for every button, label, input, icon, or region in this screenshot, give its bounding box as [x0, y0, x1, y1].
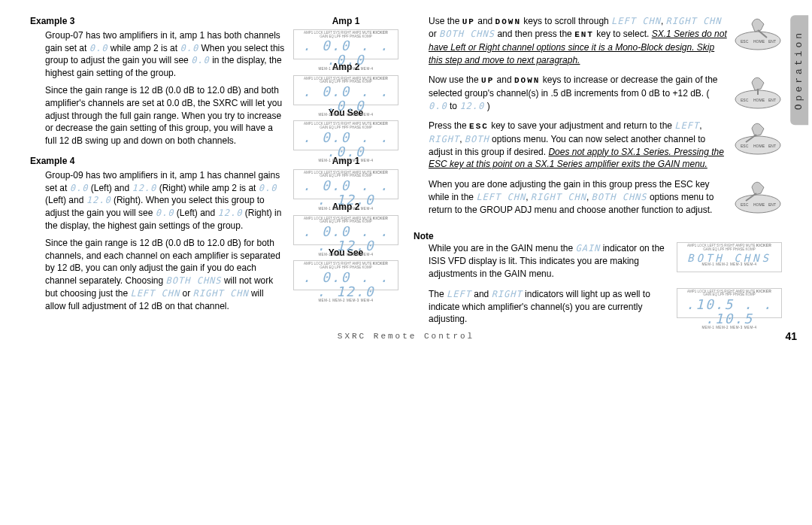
lcd-digits: . 0.0 . . .0.0	[295, 39, 396, 68]
lcd-digits: .10.5 . . .10.5	[679, 298, 780, 326]
svg-text:ESC: ESC	[741, 98, 749, 102]
seg-value: BOTH	[465, 134, 489, 144]
right-column: Use the UP and DOWN keys to scroll throu…	[414, 15, 782, 333]
seg-value: 12.0	[218, 208, 243, 218]
lcd-display: AMP1 LOCK LEFT SYS RIGHT AMP2 MUTE KICKE…	[293, 215, 398, 245]
example-4-p1: Group-09 has two amplifiers in it, amp 1…	[45, 169, 286, 232]
lcd-digits: BOTH CHNS	[679, 253, 780, 264]
seg-value: 0.0	[180, 43, 198, 53]
seg-value: LEFT CHN	[611, 16, 661, 26]
seg-value: RIGHT	[492, 289, 523, 299]
seg-value: LEFT	[447, 289, 471, 299]
lcd-digits: . 0.0 . . .0.0	[295, 131, 396, 159]
note-display-2: AMP1 LOCK LEFT SYS RIGHT AMP2 MUTE KICKE…	[677, 288, 782, 330]
text: Press the	[429, 120, 469, 131]
text: Now use the	[429, 74, 481, 85]
svg-text:HOME: HOME	[753, 98, 765, 102]
side-tab-operation: Operation	[790, 15, 808, 125]
svg-text:ESC: ESC	[741, 202, 749, 207]
lcd-brand: KICKER	[756, 289, 771, 293]
text: key to select.	[596, 29, 651, 39]
example-4-text: Example 4 Group-09 has two amplifiers in…	[30, 155, 286, 317]
text: key to save your adjustment and return t…	[491, 120, 674, 131]
text: while amp 2 is at	[111, 43, 180, 53]
note-display-1: AMP1 LOCK LEFT SYS RIGHT AMP2 MUTE KICKE…	[677, 242, 782, 284]
svg-text:ENT: ENT	[768, 39, 776, 44]
lcd-bottom: MEM-1 MEM-2 MEM-3 MEM-4	[295, 114, 396, 117]
seg-value: RIGHT CHN	[666, 16, 722, 26]
lcd-digits: . 0.0 . . . 12.0	[295, 271, 396, 299]
example-3: Example 3 Group-07 has two amplifiers in…	[30, 15, 398, 152]
left-column: Example 3 Group-07 has two amplifiers in…	[30, 15, 398, 333]
lcd-digits: . 0.0 . . .0.0	[295, 85, 396, 114]
key-down: DOWN	[495, 17, 521, 26]
lcd-display: AMP1 LOCK LEFT SYS RIGHT AMP2 MUTE KICKE…	[293, 120, 398, 150]
remote-hand-icon: ESCHOMEENT	[734, 15, 782, 51]
text: and then press the	[497, 29, 574, 39]
note-p1-text: While you are in the GAIN menu the GAIN …	[414, 242, 671, 284]
footer-text: SXRC Remote Control	[0, 331, 812, 342]
seg-value: RIGHT	[429, 134, 459, 144]
lcd-bottom: MEM-1 MEM-2 MEM-3 MEM-4	[679, 263, 780, 267]
svg-text:HOME: HOME	[753, 202, 765, 207]
svg-text:ENT: ENT	[768, 144, 776, 148]
seg-value: 0.0	[191, 55, 210, 65]
text: or	[429, 29, 439, 39]
note-p2-text: The LEFT and RIGHT indicators will light…	[414, 288, 671, 330]
note-p2: The LEFT and RIGHT indicators will light…	[414, 288, 782, 330]
text: and	[497, 74, 514, 85]
lcd-brand: KICKER	[756, 243, 771, 247]
lcd-bottom: MEM-1 MEM-2 MEM-3 MEM-4	[295, 68, 396, 71]
right-p3-text: Press the ESC key to save your adjustmen…	[414, 120, 728, 175]
right-p4-text: When you are done adjusting the gain in …	[414, 178, 728, 220]
svg-text:HOME: HOME	[753, 39, 765, 44]
remote-hand-icon: ESCHOMEENT	[734, 178, 782, 214]
seg-value: 0.0	[70, 183, 89, 193]
key-up: UP	[462, 17, 475, 26]
seg-value: 0.0	[156, 208, 174, 218]
remote-hand-icon: ESCHOMEENT	[734, 74, 782, 110]
svg-text:ENT: ENT	[768, 202, 776, 207]
seg-value: 12.0	[86, 195, 111, 205]
lcd-display: AMP1 LOCK LEFT SYS RIGHT AMP2 MUTE KICKE…	[677, 288, 782, 318]
lcd-brand: KICKER	[373, 216, 388, 220]
example-3-heading: Example 3	[30, 15, 286, 28]
seg-value: LEFT CHN	[130, 288, 180, 299]
page-number: 41	[785, 329, 797, 344]
seg-value: RIGHT CHN	[193, 288, 249, 299]
text: and	[477, 16, 495, 26]
lcd-brand: KICKER	[373, 261, 388, 266]
lcd-bottom: MEM-1 MEM-2 MEM-3 MEM-4	[295, 208, 396, 211]
text: (Left) and	[45, 195, 86, 205]
lcd-brand: KICKER	[373, 170, 388, 174]
right-p2: Now use the UP and DOWN keys to increase…	[414, 74, 782, 117]
text: or	[183, 288, 193, 299]
lcd-bottom: MEM-1 MEM-2 MEM-3 MEM-4	[295, 299, 396, 303]
text: (Left) and	[177, 208, 218, 218]
amp1-label: Amp 1	[293, 15, 398, 28]
lcd-display: AMP1 LOCK LEFT SYS RIGHT AMP2 MUTE KICKE…	[677, 242, 782, 272]
example-3-text: Example 3 Group-07 has two amplifiers in…	[30, 15, 286, 152]
example-4-heading: Example 4	[30, 155, 286, 168]
seg-value: LEFT	[674, 120, 699, 131]
note-heading: Note	[414, 230, 782, 243]
lcd-brand: KICKER	[373, 30, 388, 35]
seg-value: LEFT CHN	[476, 192, 526, 202]
seg-value: BOTH CHNS	[592, 192, 647, 202]
lcd-bottom: MEM-1 MEM-2 MEM-3 MEM-4	[295, 253, 396, 257]
lcd-digits: . 0.0 . . . 12.0	[295, 179, 396, 208]
svg-text:HOME: HOME	[753, 144, 765, 148]
key-up: UP	[481, 76, 494, 85]
key-esc: ESC	[469, 122, 489, 131]
right-p3: Press the ESC key to save your adjustmen…	[414, 120, 782, 175]
text: (Right) while amp 2 is at	[159, 183, 259, 193]
text: and	[474, 289, 491, 299]
right-p1-text: Use the UP and DOWN keys to scroll throu…	[414, 15, 728, 71]
example-4-displays: Amp 1 AMP1 LOCK LEFT SYS RIGHT AMP2 MUTE…	[293, 155, 398, 317]
seg-value: 0.0	[429, 101, 447, 111]
svg-text:ENT: ENT	[768, 98, 776, 102]
remote-hand-icon: ESCHOMEENT	[734, 120, 782, 156]
lcd-brand: KICKER	[373, 76, 388, 80]
text: to	[450, 101, 459, 111]
text: The	[429, 289, 447, 299]
